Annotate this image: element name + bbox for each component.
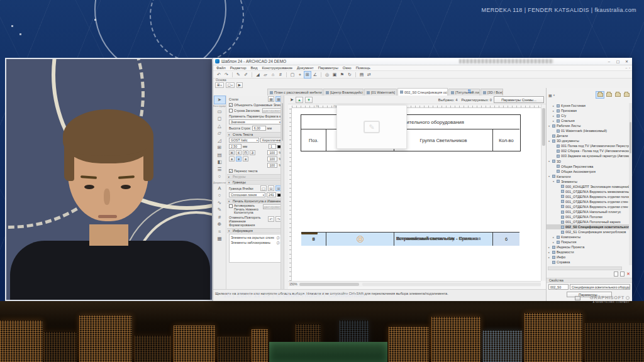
new-item-icon[interactable] [614, 272, 618, 277]
tree-item[interactable]: 002 Сборка - Полка под TV (Автоматически… [547, 148, 629, 153]
italic-button[interactable]: К [236, 150, 242, 155]
document-tool-icon[interactable]: A [214, 185, 225, 192]
design-tool-icon[interactable]: ○ [214, 173, 225, 180]
checkbox-icon[interactable] [229, 204, 233, 208]
add-row-icon[interactable]: ▲ [296, 97, 303, 103]
mesh-icon[interactable]: # [277, 72, 284, 78]
schedule-canvas[interactable]: Спецификация осветительного оборудования… [292, 108, 541, 281]
layout-book-icon[interactable] [614, 92, 621, 98]
pickup-parameters-icon[interactable]: ✐ [243, 72, 249, 78]
tab-floor-plan[interactable]: План с расстановкой мебели (... [267, 89, 323, 96]
line-type-select[interactable]: Сплошная линия [229, 192, 265, 197]
underline-button[interactable]: П [243, 150, 248, 155]
schedule-id-field[interactable]: 002_S0 [548, 284, 569, 290]
pen-icon[interactable]: ✎ [235, 72, 242, 78]
tree-item[interactable]: 001 Полка под TV (Автоматически Перестра… [547, 143, 629, 148]
horizontal-scrollbar-thumb[interactable] [299, 283, 359, 286]
align-right-icon[interactable]: ≡ [243, 156, 248, 162]
tree-item[interactable]: 01 Watermark (Независимый) [547, 128, 629, 133]
project-map-icon[interactable] [596, 92, 604, 98]
checkbox-checked-icon[interactable] [229, 169, 233, 173]
tab-schedule-active[interactable]: 002_S0 Спецификация освети... × [397, 88, 448, 96]
zoom-level[interactable]: 150% [289, 282, 297, 286]
roof-icon[interactable]: ⌂ [270, 72, 276, 78]
script-select[interactable]: Кириллический [260, 138, 282, 143]
redo-icon[interactable]: ↷ [223, 72, 230, 78]
undo-format-icon[interactable]: ↶ [268, 216, 274, 222]
tree-item[interactable]: ▸Кухня-Гостиная [547, 103, 629, 108]
doc-minimize-button[interactable]: – [625, 66, 627, 70]
grid-snap-icon[interactable]: ⊞ [304, 72, 311, 78]
tab-title-sheet[interactable]: [Титульный лист] [448, 89, 480, 96]
tree-item[interactable]: 001_ОТДЕЛКА Напольный плинтус [547, 209, 629, 214]
horizontal-scrollbar-track[interactable] [362, 283, 541, 286]
tree-item[interactable]: 001_ОТДЕЛКА Ведомость отделки полов [547, 194, 629, 199]
tree-item[interactable]: 000_КОНЦЕПТ Экспликация помещений [547, 184, 629, 189]
fit-in-window-icon[interactable]: ▣ [331, 72, 338, 78]
document-tool-icon[interactable]: ○ [214, 192, 225, 199]
tree-item[interactable]: 002_S1 Спецификация электроблоков [547, 229, 629, 234]
checkbox-icon[interactable] [229, 109, 233, 112]
tree-item[interactable]: Справка [547, 260, 629, 265]
menu-window[interactable]: Окно [343, 66, 352, 70]
resources-section-header[interactable]: Ресурсы [227, 174, 284, 179]
tree-item[interactable]: ▾Рабочие Листы [547, 123, 629, 128]
flag-icon[interactable]: ⚑ [339, 72, 345, 78]
cursor-icon[interactable]: ➤ [290, 97, 294, 102]
spacing-input[interactable]: 100 [267, 163, 277, 168]
navigator-scrollbar[interactable] [629, 103, 632, 265]
edit-header-button[interactable]: Редактировать... [262, 108, 282, 113]
align-left-icon[interactable]: ≡ [229, 156, 235, 162]
tree-item[interactable]: 003 Задание на кухонный гарнитур (Автома… [547, 153, 629, 158]
toolbox-section-design[interactable]: Конструирование [213, 104, 226, 108]
tab-interaction-center[interactable]: [Центр Взаимодействия] [323, 89, 364, 96]
wall-icon[interactable]: ◢ [255, 72, 261, 78]
tree-item[interactable]: 001_ОТДЕЛКА Ведомость отделки стен кухни… [547, 199, 629, 204]
tree-item[interactable]: ▸Инфо [547, 255, 629, 260]
document-tool-icon[interactable]: ∿ [214, 199, 225, 207]
menu-view[interactable]: Вид [251, 66, 258, 70]
remove-row-icon[interactable]: ▼ [305, 97, 313, 103]
design-tool-icon[interactable]: ◿ [214, 137, 225, 145]
tree-item[interactable]: 001_ОТДЕЛКА Потолки [547, 214, 629, 219]
tree-item[interactable]: ▸Компоненты [547, 234, 629, 239]
navigator-horizontal-scrollbar[interactable] [548, 266, 622, 270]
document-tool-icon[interactable]: # [214, 214, 225, 221]
tree-item[interactable]: ▾Элементы [547, 179, 629, 184]
menu-help[interactable]: Помощь [356, 66, 370, 70]
chevron-down-icon[interactable]: ▾ [553, 94, 555, 97]
info-icon[interactable]: ⓘ [277, 241, 280, 245]
edit-footer-button[interactable]: Редактировать... [263, 204, 282, 209]
menu-options[interactable]: Параметры [318, 66, 338, 70]
text-style-section-header[interactable]: Стиль Текста [227, 132, 284, 137]
border-none-icon[interactable]: ▢ [260, 185, 267, 191]
design-tool-icon[interactable]: ◧ [214, 158, 225, 166]
tab-3d-all[interactable]: [3D / Все] [480, 89, 503, 96]
rotate-icon[interactable]: ↻ [347, 72, 353, 78]
toolbox-section-document[interactable]: Документирование [213, 180, 226, 185]
apply-format-select[interactable]: Значение [229, 119, 282, 124]
tree-item[interactable]: ▸Индексы Проекта [547, 244, 629, 250]
settings-scrollbar[interactable] [280, 96, 284, 289]
minimize-button[interactable]: – [606, 58, 613, 64]
checkbox-checked-icon[interactable] [229, 103, 233, 107]
footer-section-header[interactable]: Печать Колонтитула и Изменения Фор... [227, 199, 284, 204]
tree-item[interactable]: Общая Перспектива [547, 164, 629, 169]
tree-item[interactable]: ▸Покрытия [547, 239, 629, 244]
scheme-settings-button[interactable]: Параметры Схемы... [494, 96, 544, 103]
document-window-controls[interactable]: – ▫ [625, 66, 630, 70]
row-height-input[interactable]: 6,00 [252, 126, 266, 131]
menu-edit[interactable]: Редактор [230, 66, 247, 70]
doc-restore-button[interactable]: ▫ [629, 66, 630, 70]
view-mode-icon[interactable]: ▦ [268, 96, 274, 102]
slab-icon[interactable]: ▱ [262, 72, 269, 78]
font-select[interactable]: GOST Italic [229, 138, 259, 143]
table-row[interactable]: 9 Точечный светильник - С/у 6 [301, 232, 318, 234]
tree-item[interactable]: ▸Прихожая [547, 108, 629, 113]
guide-lines-icon[interactable]: ∠ [312, 72, 318, 78]
tree-item[interactable]: ▾3D [547, 159, 629, 164]
menu-file[interactable]: Файл [216, 66, 226, 70]
layers-icon[interactable]: ▤ [358, 72, 365, 78]
tree-item[interactable]: 001_ОТДЕЛКА Потолочный карниз [547, 219, 629, 224]
design-tool-icon[interactable]: ☰ [214, 166, 225, 173]
